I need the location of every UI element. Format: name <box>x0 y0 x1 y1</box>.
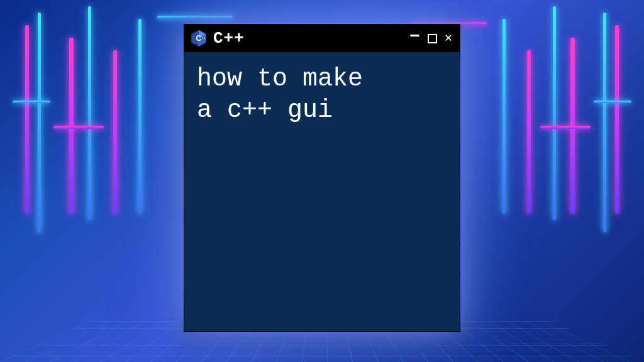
terminal-window: C + + C++ how to make a c++ gui <box>184 24 460 332</box>
close-button[interactable] <box>445 31 452 45</box>
minimize-button[interactable] <box>409 30 420 47</box>
content-line-2: a c++ gui <box>197 95 447 126</box>
svg-text:+: + <box>204 36 206 40</box>
title-bar[interactable]: C + + C++ <box>184 25 460 52</box>
cpp-logo-icon: C + + <box>189 29 208 48</box>
svg-text:C: C <box>196 34 202 43</box>
window-title: C++ <box>213 29 404 48</box>
svg-text:+: + <box>202 36 204 40</box>
terminal-body: how to make a c++ gui <box>184 52 460 331</box>
window-controls <box>409 30 452 47</box>
maximize-button[interactable] <box>428 34 437 43</box>
content-line-1: how to make <box>197 63 447 95</box>
